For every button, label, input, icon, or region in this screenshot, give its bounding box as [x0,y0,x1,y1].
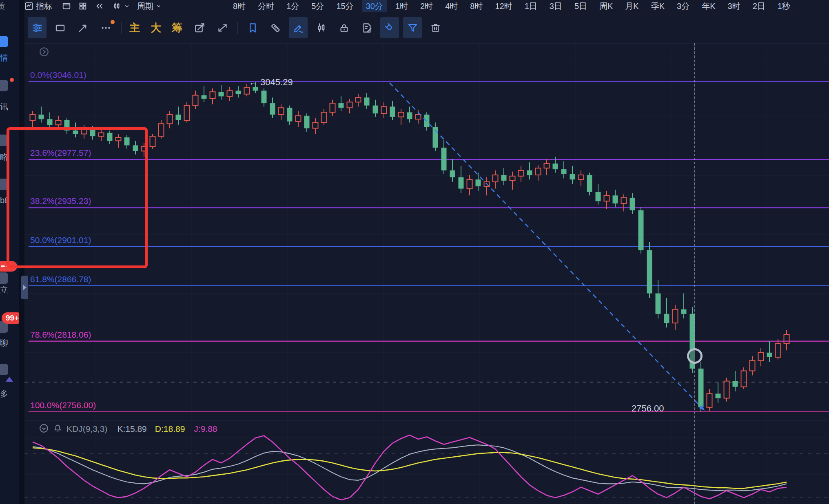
fib-level-38.2%[interactable]: 38.2%(2935.23) [29,196,829,208]
indicator-menu[interactable]: 指标 [24,1,52,12]
fib-level-100.0%[interactable]: 100.0%(2756.00) [29,400,829,412]
toolbar-line-adjust-button[interactable] [213,17,232,38]
market-icon[interactable] [0,36,8,47]
toolbar-bookmark-button[interactable] [243,17,262,38]
toolbar-layers-settings-button[interactable] [28,17,47,38]
bell-icon [53,424,62,433]
chevron-right-circle-icon [39,46,49,57]
toolbar-divider [121,22,122,34]
tab-1分[interactable]: 1分 [283,0,303,12]
news-icon[interactable] [0,80,8,91]
kdj-j-line [33,435,787,500]
layout-button[interactable] [62,2,71,11]
sidebar-item-market[interactable]: 情 [0,52,8,63]
toolbar-rectangle-tool-button[interactable] [51,17,69,38]
toolbar-delete-drawing-button[interactable] [426,17,445,38]
toolbar-chip-distribution-button[interactable]: 筹 [169,17,185,38]
tab-8时[interactable]: 8时 [466,0,486,12]
fib-level-50.0%[interactable]: 50.0%(2901.01) [29,235,829,247]
svg-text:0.0%(3046.01): 0.0%(3046.01) [30,70,86,80]
chart-type-dropdown[interactable] [112,2,130,11]
tab-周K[interactable]: 周K [596,0,616,12]
sidebar-item-news[interactable]: 讯 [0,101,8,112]
svg-text:100.0%(2756.00): 100.0%(2756.00) [30,400,96,410]
strike-arrows-icon [217,22,228,33]
toolbar-magnet-snap-button[interactable] [380,17,399,38]
kdj-indicator-panel[interactable]: KDJ(9,3,3) K:15.89 D:18.89 J:9.88 [24,420,829,504]
toolbar-lock-drawings-button[interactable] [335,17,353,38]
svg-text:78.6%(2818.06): 78.6%(2818.06) [30,330,91,339]
toolbar-more-tools-button[interactable] [96,17,115,38]
pencil-wave-icon [293,22,304,33]
toolbar-large-view-button[interactable]: 大 [148,17,164,38]
document-edit-icon [361,22,372,33]
tab-2日[interactable]: 2日 [749,0,769,12]
tab-8时[interactable]: 8时 [229,0,249,12]
tab-月K[interactable]: 月K [621,0,642,12]
panel-expand-handle[interactable] [21,276,28,299]
notification-dot [111,20,115,24]
tab-3分[interactable]: 3分 [673,0,693,12]
tab-15分[interactable]: 15分 [332,0,357,12]
fib-level-23.6%[interactable]: 23.6%(2977.57) [29,148,829,159]
peak-price-annotation[interactable]: ← 3045.29 [249,77,293,87]
kdj-j-value: J:9.88 [194,424,217,434]
grid-icon [78,2,87,11]
drawing-toolbar: 主大筹 [24,12,829,44]
drawing-handle-circle[interactable] [687,348,703,364]
sidebar-text-fragment: 质 [0,1,5,12]
toolbar-measure-ruler-button[interactable] [266,17,285,38]
chart-collapse-button[interactable] [39,46,49,57]
tab-分时[interactable]: 分时 [254,0,278,12]
bottom-price-annotation[interactable]: 2756.00 [632,403,664,413]
tab-3日[interactable]: 3日 [546,0,566,12]
rectangle-icon [55,22,66,33]
tab-5日[interactable]: 5日 [571,0,591,12]
grid-layout-button[interactable] [78,2,87,11]
chevron-down-icon [124,3,130,9]
candlestick-icon [316,22,327,33]
tab-2时[interactable]: 2时 [417,0,437,12]
arrow-line-icon [78,22,89,33]
indicator-label[interactable]: 指标 [36,1,52,12]
tab-季K[interactable]: 季K [647,0,668,12]
kdj-collapse-button[interactable] [39,423,49,435]
period-dropdown[interactable]: 周期 [137,1,162,12]
toolbar-draw-pencil-button[interactable] [289,17,308,38]
red-annotation-rectangle[interactable] [7,127,148,268]
tab-1秒[interactable]: 1秒 [774,0,794,12]
tab-1日[interactable]: 1日 [521,0,541,12]
indicator-chart-icon [24,2,33,11]
tab-4时[interactable]: 4时 [441,0,461,12]
tab-1时[interactable]: 1时 [392,0,412,12]
expand-arrow-icon [23,285,27,290]
sidebar-item-trade[interactable]: 立 [0,285,8,296]
chevron-down-circle-icon [39,423,49,433]
kdj-title[interactable]: KDJ(9,3,3) [66,424,107,434]
lock-icon [339,22,350,33]
fib-level-61.8%[interactable]: 61.8%(2866.78) [29,274,829,286]
tab-年K[interactable]: 年K [698,0,719,12]
toolbar-candle-style-button[interactable] [312,17,330,38]
toolbar-trendline-tool-button[interactable] [73,17,92,38]
sidebar-item-chat[interactable]: 聊 [0,338,8,349]
tab-30分[interactable]: 30分 [362,0,387,12]
sidebar-item-more[interactable]: 多 [0,388,8,399]
tab-12时[interactable]: 12时 [491,0,516,12]
toolbar-main-indicator-button[interactable]: 主 [126,17,143,38]
tab-5分[interactable]: 5分 [308,0,328,12]
toolbar-drawing-list-button[interactable] [357,17,376,38]
trading-app: 质情讯略b8立聊99+多 指标 周期 8时分时1分5分15分30分1时2时4时8… [0,0,829,504]
ruler-icon [270,22,281,33]
sliders-icon [32,22,43,33]
ellipsis-icon [100,22,111,33]
rewind-button[interactable] [95,2,104,11]
toolbar-edit-annotation-button[interactable] [190,17,209,38]
fib-level-0.0%[interactable]: 0.0%(3046.01) [29,70,829,82]
fib-level-78.6%[interactable]: 78.6%(2818.06) [29,330,829,341]
trade-icon[interactable] [0,272,8,284]
kdj-alert-button[interactable] [53,424,62,435]
toolbar-filter-drawings-button[interactable] [403,17,422,38]
more-icon[interactable] [0,364,8,375]
tab-3时[interactable]: 3时 [724,0,744,12]
